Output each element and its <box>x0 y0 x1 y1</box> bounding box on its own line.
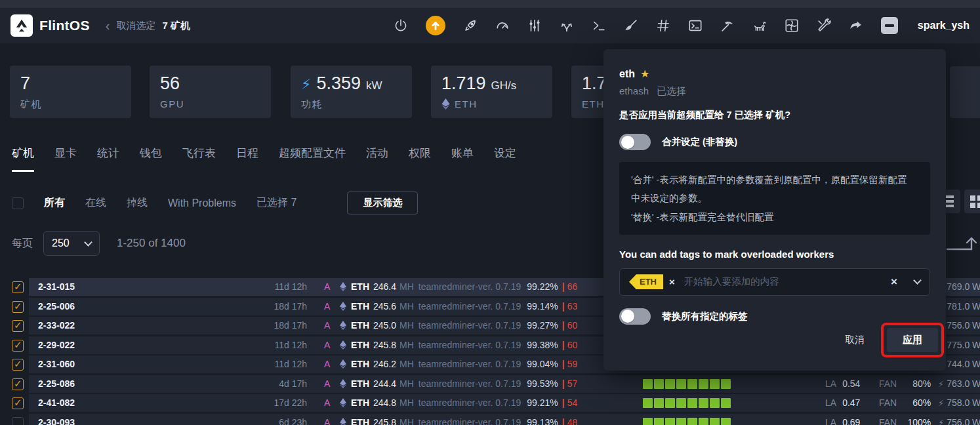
status-flag: A <box>324 301 330 312</box>
worker-uptime: 4d 17h <box>222 378 307 389</box>
tags-input[interactable]: ETH × 开始输入要添加的内容 × <box>619 268 930 296</box>
worker-name[interactable]: 2-29-022 <box>38 340 75 350</box>
scroll-top-icon[interactable] <box>947 235 980 259</box>
remove-tag-icon[interactable]: × <box>669 276 675 287</box>
grid-view-button[interactable] <box>964 190 980 213</box>
terminal-prompt-icon[interactable] <box>592 18 606 33</box>
tab-5[interactable]: 飞行表 <box>182 146 216 172</box>
eth-diamond-icon <box>340 379 346 390</box>
worker-row[interactable]: 2-41-082 17d 22h A ETH244.8MHteamredmine… <box>29 394 980 412</box>
tags-placeholder: 开始输入要添加的内容 <box>684 275 891 288</box>
filter-all[interactable]: 所有 <box>44 196 65 210</box>
status-flag: A <box>324 359 330 369</box>
rocket-icon[interactable] <box>463 18 478 33</box>
upgrade-icon[interactable] <box>426 16 445 35</box>
worker-name[interactable]: 2-25-006 <box>38 301 75 312</box>
modal-question: 是否应用当前超频配置给 7 已选择 矿机? <box>619 109 930 121</box>
worker-mining-info: ETH244.4MHteamredminer-ver. 0.7.1999.53%… <box>351 378 577 389</box>
stat-card-power: ⚡5.359kW 功耗 <box>291 66 412 118</box>
row-checkbox[interactable] <box>12 301 24 313</box>
temperature: 48 <box>567 417 578 425</box>
status-flag: A <box>324 320 330 331</box>
watchdog-icon[interactable] <box>752 18 767 33</box>
filter-online[interactable]: 在线 <box>85 196 106 210</box>
tabs-bar: 矿机显卡统计钱包飞行表日程超频配置文件活动权限账单设定 <box>12 146 516 172</box>
tag-chip: ETH <box>629 274 663 289</box>
worker-name[interactable]: 2-41-082 <box>38 397 75 408</box>
selection-count: 7 矿机 <box>162 20 190 32</box>
power-draw: ⚡758.0 W <box>938 397 980 408</box>
status-flag: A <box>324 397 330 408</box>
pickaxe-icon[interactable] <box>720 18 735 33</box>
per-page-label: 每页 <box>12 237 33 251</box>
worker-mining-info: ETH246.2MHteamredminer-ver. 0.7.1999.04%… <box>351 359 577 369</box>
collapse-minus-icon[interactable] <box>881 17 898 34</box>
fan-speed: FAN100% <box>879 417 931 425</box>
tab-1[interactable]: 矿机 <box>12 146 34 172</box>
select-all-checkbox[interactable] <box>12 197 24 209</box>
worker-mining-info: ETH244.8MHteamredminer-ver. 0.7.1999.21%… <box>351 397 577 408</box>
worker-name[interactable]: 2-30-093 <box>38 417 75 425</box>
merge-toggle-label: 合并设定 (非替换) <box>662 136 737 148</box>
worker-name[interactable]: 2-31-015 <box>38 281 75 292</box>
tab-3[interactable]: 统计 <box>97 146 119 172</box>
row-checkbox[interactable] <box>12 397 24 409</box>
tools-icon[interactable] <box>817 18 831 33</box>
worker-uptime: 6d 23h <box>222 417 307 425</box>
cancel-button[interactable]: 取消 <box>845 334 865 346</box>
deselect-action[interactable]: 取消选定 <box>116 20 155 32</box>
temperature: 63 <box>567 301 578 312</box>
worker-name[interactable]: 2-25-086 <box>38 378 75 389</box>
replace-tags-toggle[interactable] <box>619 308 651 325</box>
sliders-icon[interactable] <box>527 18 542 33</box>
tab-11[interactable]: 设定 <box>494 146 516 172</box>
row-checkbox[interactable] <box>12 281 24 293</box>
tab-10[interactable]: 账单 <box>451 146 474 172</box>
worker-uptime: 11d 12h <box>222 281 307 292</box>
worker-uptime: 11d 12h <box>222 340 307 350</box>
row-checkbox[interactable] <box>12 417 24 425</box>
branch-arrows-icon[interactable] <box>560 18 574 33</box>
status-flag: A <box>324 417 330 425</box>
filter-offline[interactable]: 掉线 <box>127 196 148 210</box>
tab-9[interactable]: 权限 <box>409 146 431 172</box>
fan-icon[interactable] <box>785 18 799 33</box>
lightning-icon: ⚡ <box>938 418 944 425</box>
breadcrumb: ‹ 取消选定 7 矿机 <box>106 19 190 32</box>
worker-name[interactable]: 2-33-022 <box>38 320 75 331</box>
tags-hint: You can add tags to mark overloaded work… <box>619 249 930 260</box>
brush-icon[interactable] <box>624 18 638 33</box>
tab-7[interactable]: 超频配置文件 <box>279 146 346 172</box>
power-icon[interactable] <box>394 18 408 33</box>
gauge-icon[interactable] <box>495 18 510 33</box>
share-icon[interactable] <box>849 18 863 33</box>
replace-toggle-label: 替换所有指定的标签 <box>662 310 748 323</box>
hash-icon[interactable] <box>656 18 670 33</box>
row-checkbox[interactable] <box>12 340 24 352</box>
gpu-status-blocks <box>643 398 731 408</box>
row-checkbox[interactable] <box>12 320 24 332</box>
row-checkbox[interactable] <box>12 378 24 390</box>
row-checkbox[interactable] <box>12 359 24 371</box>
temperature: 59 <box>567 359 578 369</box>
tab-2[interactable]: 显卡 <box>54 146 77 172</box>
worker-row[interactable]: 2-30-093 6d 23h A ETH245.8MHteamredminer… <box>29 414 980 425</box>
show-filter-button[interactable]: 显示筛选 <box>347 192 418 214</box>
merge-settings-toggle[interactable] <box>619 134 651 150</box>
worker-row[interactable]: 2-25-086 4d 17h A ETH244.4MHteamredminer… <box>29 375 980 393</box>
tab-8[interactable]: 活动 <box>366 146 388 172</box>
worker-uptime: 18d 17h <box>222 320 307 331</box>
stat-card-gpu: 56 GPU <box>150 66 271 118</box>
filter-selected[interactable]: 已选择 7 <box>256 196 296 210</box>
tab-4[interactable]: 钱包 <box>140 146 162 172</box>
per-page-select[interactable]: 250 <box>43 231 100 256</box>
username[interactable]: spark_ysh <box>918 20 970 31</box>
clear-tags-icon[interactable]: × <box>891 275 897 289</box>
worker-name[interactable]: 2-31-060 <box>38 359 75 369</box>
chevron-down-icon[interactable] <box>913 276 922 285</box>
apply-button[interactable]: 应用 <box>887 328 938 352</box>
tab-6[interactable]: 日程 <box>236 146 258 172</box>
filter-problems[interactable]: With Problems <box>168 197 236 209</box>
console-window-icon[interactable] <box>688 18 703 33</box>
back-chevron-icon[interactable]: ‹ <box>106 19 110 32</box>
